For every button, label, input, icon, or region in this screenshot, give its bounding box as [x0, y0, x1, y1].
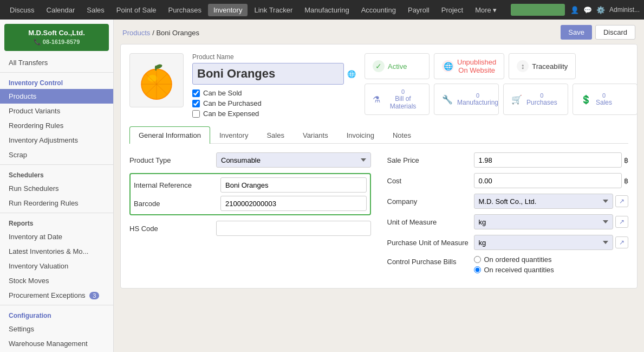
globe-icon[interactable]: 🌐 [347, 70, 356, 78]
top-bar: Products / Boni Oranges Save Discard [114, 20, 644, 44]
product-image[interactable] [129, 53, 184, 107]
main-content: Products / Boni Oranges Save Discard [114, 20, 644, 352]
nav-search-input[interactable] [511, 4, 565, 16]
breadcrumb-parent[interactable]: Products [122, 29, 150, 37]
uom-select[interactable]: kg [474, 214, 614, 229]
sales-icon: 💲 [581, 94, 591, 105]
sales-label: Sales [596, 99, 612, 106]
company-external-link[interactable]: ↗ [615, 195, 628, 207]
purchase-uom-label: Purchase Unit of Measure [387, 239, 474, 247]
sidebar-item-stock-moves[interactable]: Stock Moves [0, 273, 113, 288]
sidebar-item-run-schedulers[interactable]: Run Schedulers [0, 181, 113, 196]
purchases-count: 0 [526, 92, 557, 99]
can-be-expensed-checkbox[interactable]: Can be Expensed [192, 110, 356, 118]
purchase-uom-external-link[interactable]: ↗ [615, 236, 628, 248]
nav-discuss[interactable]: Discuss [4, 4, 40, 16]
product-header: Product Name Boni Oranges 🌐 Can be Sold … [129, 53, 628, 118]
settings-icon[interactable]: ⚙️ [596, 6, 605, 14]
action-buttons: Save Discard [561, 25, 635, 40]
barcode-input[interactable] [220, 196, 367, 211]
company-select[interactable]: M.D. Soft Co., Ltd. [474, 194, 614, 209]
nav-pos[interactable]: Point of Sale [111, 4, 162, 16]
can-be-purchased-checkbox[interactable]: Can be Purchased [192, 99, 356, 107]
sidebar-item-inventory-at-date[interactable]: Inventory at Date [0, 229, 113, 244]
product-type-select[interactable]: Consumable [216, 152, 371, 168]
hs-code-input[interactable] [216, 221, 371, 236]
internal-ref-label: Internal Reference [134, 181, 220, 189]
sale-price-input[interactable] [474, 152, 622, 168]
tab-inventory[interactable]: Inventory [210, 126, 257, 144]
product-name-input[interactable]: Boni Oranges [192, 63, 344, 85]
nav-accounting[interactable]: Accounting [356, 4, 401, 16]
sale-price-currency: ฿ [624, 156, 628, 164]
nav-manufacturing[interactable]: Manufacturing [299, 4, 354, 16]
on-received-radio[interactable]: On received quantities [474, 266, 629, 274]
checkboxes: Can be Sold Can be Purchased Can be Expe… [192, 89, 356, 118]
sidebar-item-inventory-adjustments[interactable]: Inventory Adjustments [0, 133, 113, 148]
company-input-wrap: M.D. Soft Co., Ltd. ↗ [474, 194, 629, 209]
active-status-button[interactable]: ✓ Active [365, 53, 430, 79]
form-left: Product Type Consumable Internal Referen… [129, 152, 371, 279]
tab-invoicing[interactable]: Invoicing [337, 126, 383, 144]
save-button[interactable]: Save [561, 25, 592, 40]
tab-variants[interactable]: Variants [294, 126, 337, 144]
can-be-sold-checkbox[interactable]: Can be Sold [192, 89, 356, 97]
traceability-button[interactable]: ↕ Traceability [509, 53, 576, 79]
nav-more[interactable]: More ▾ [470, 4, 502, 16]
control-bills-row: Control Purchase Bills On ordered quanti… [387, 255, 629, 274]
control-bills-radios: On ordered quantities On received quanti… [474, 255, 629, 274]
nav-payroll[interactable]: Payroll [402, 4, 435, 16]
bom-button[interactable]: ⚗ 0 Bill of Materials [365, 84, 430, 115]
nav-inventory[interactable]: Inventory [208, 4, 248, 16]
cost-input[interactable] [474, 173, 622, 188]
unpublished-label: Unpublished On Website [457, 58, 496, 74]
on-ordered-label: On ordered quantities [484, 255, 552, 264]
discard-button[interactable]: Discard [595, 25, 635, 40]
active-label: Active [388, 62, 407, 71]
sidebar-item-product-variants[interactable]: Product Variants [0, 104, 113, 118]
cost-wrap: ฿ [474, 173, 629, 188]
sidebar-item-procurement-exceptions[interactable]: Procurement Exceptions 3 [0, 288, 113, 303]
nav-sales[interactable]: Sales [81, 4, 110, 16]
nav-project[interactable]: Project [436, 4, 469, 16]
tab-notes[interactable]: Notes [383, 126, 420, 144]
breadcrumb-current: Boni Oranges [156, 29, 199, 37]
sidebar-item-settings[interactable]: Settings [0, 322, 113, 336]
nav-purchases[interactable]: Purchases [163, 4, 207, 16]
user-icon[interactable]: 👤 [570, 6, 579, 14]
sidebar-item-run-reordering[interactable]: Run Reordering Rules [0, 196, 113, 210]
sale-price-row: Sale Price ฿ [387, 152, 629, 168]
internal-ref-input[interactable] [220, 177, 367, 193]
user-label[interactable]: Administ... [609, 6, 640, 14]
sidebar-item-scrap[interactable]: Scrap [0, 148, 113, 162]
bom-count: 0 [385, 88, 421, 95]
product-name-section: Product Name Boni Oranges 🌐 Can be Sold … [192, 53, 356, 118]
tab-general-information[interactable]: General Information [129, 126, 210, 144]
on-received-label: On received quantities [484, 266, 554, 274]
nav-calendar[interactable]: Calendar [41, 4, 81, 16]
cost-label: Cost [387, 177, 474, 185]
tab-sales[interactable]: Sales [257, 126, 294, 144]
sidebar-item-warehouse-management[interactable]: Warehouse Management [0, 336, 113, 351]
purchase-uom-select[interactable]: kg [474, 235, 614, 250]
sales-button[interactable]: 💲 0 Sales [573, 84, 638, 115]
sidebar-all-transfers[interactable]: All Transfers [0, 55, 113, 70]
company-label: Company [387, 197, 474, 206]
on-ordered-radio[interactable]: On ordered quantities [474, 255, 629, 264]
unpublished-status-button[interactable]: 🌐 Unpublished On Website [434, 53, 504, 79]
sidebar-section-configuration: Configuration [0, 308, 113, 322]
sidebar-section-reports: Reports [0, 215, 113, 229]
top-navigation: Discuss Calendar Sales Point of Sale Pur… [0, 0, 644, 20]
sidebar-item-products[interactable]: Products [0, 89, 113, 104]
uom-external-link[interactable]: ↗ [615, 216, 628, 228]
sidebar-item-inventory-valuation[interactable]: Inventory Valuation [0, 259, 113, 273]
purchases-button[interactable]: 🛒 0 Purchases [503, 84, 568, 115]
sidebar-item-reordering-rules[interactable]: Reordering Rules [0, 118, 113, 133]
hs-code-label: HS Code [129, 225, 216, 233]
sidebar-item-latest-inventories[interactable]: Latest Inventories & Mo... [0, 244, 113, 259]
active-icon: ✓ [373, 60, 385, 72]
nav-link-tracker[interactable]: Link Tracker [249, 4, 298, 16]
chat-icon[interactable]: 💬 [583, 6, 592, 14]
traceability-label: Traceability [532, 62, 568, 71]
manufacturing-button[interactable]: 🔧 0 Manufacturing [434, 84, 499, 115]
